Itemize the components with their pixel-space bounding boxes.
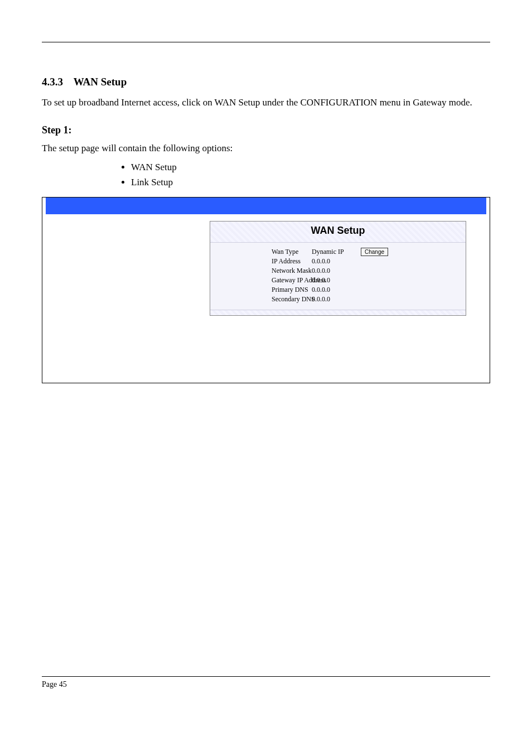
title-bar [46, 198, 486, 214]
field-label: Network Mask [210, 267, 294, 275]
wan-setup-title: WAN Setup [210, 221, 466, 243]
field-label: IP Address [210, 257, 294, 266]
wan-setup-footer-stripe [210, 310, 466, 315]
page-footer: Page 45 [42, 676, 490, 689]
field-value: 0.0.0.0 [294, 286, 361, 294]
field-value: 0.0.0.0 [294, 295, 361, 304]
table-row: Primary DNS 0.0.0.0 [210, 285, 466, 295]
field-value: 0.0.0.0 [294, 276, 361, 285]
table-row: Wan Type Dynamic IP Change [210, 247, 466, 257]
field-label: Secondary DNS [210, 295, 294, 304]
change-button[interactable]: Change [361, 248, 388, 256]
list-item: WAN Setup [131, 160, 490, 175]
intro-paragraph: To set up broadband Internet access, cli… [42, 96, 490, 110]
table-row: Secondary DNS 0.0.0.0 [210, 295, 466, 304]
section-title: WAN Setup [74, 76, 127, 88]
table-row: IP Address 0.0.0.0 [210, 257, 466, 266]
field-label: Primary DNS [210, 286, 294, 294]
section-heading: 4.3.3 WAN Setup [42, 76, 490, 88]
table-row: Network Mask 0.0.0.0 [210, 266, 466, 276]
wan-setup-box: WAN Setup Wan Type Dynamic IP Change IP … [210, 221, 466, 316]
list-item: Link Setup [131, 175, 490, 190]
field-value: Dynamic IP [294, 248, 361, 256]
wan-setup-body: Wan Type Dynamic IP Change IP Address 0.… [210, 243, 466, 310]
option-list: WAN Setup Link Setup [131, 160, 490, 190]
field-value: 0.0.0.0 [294, 257, 361, 266]
field-value: 0.0.0.0 [294, 267, 361, 275]
step-description: The setup page will contain the followin… [42, 142, 490, 156]
field-label: Gateway IP Address [210, 276, 294, 285]
table-row: Gateway IP Address 0.0.0.0 [210, 276, 466, 285]
screenshot-panel: WAN Setup Wan Type Dynamic IP Change IP … [42, 197, 490, 383]
section-number: 4.3.3 [42, 76, 63, 88]
step-label: Step 1: [42, 124, 490, 136]
page-number: Page 45 [42, 680, 67, 689]
field-label: Wan Type [210, 248, 294, 256]
